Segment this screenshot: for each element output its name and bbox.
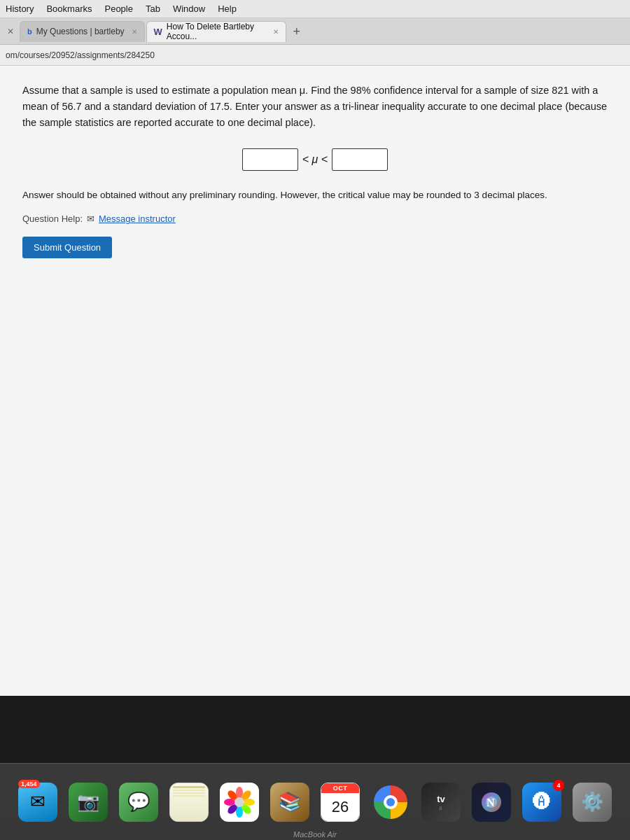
mail-icon: ✉ — [87, 214, 94, 224]
dock-item-messages[interactable]: 💬 — [116, 780, 161, 825]
question-body: Assume that a sample is used to estimate… — [22, 83, 608, 132]
menu-people[interactable]: People — [104, 4, 132, 14]
menu-tab[interactable]: Tab — [146, 4, 160, 14]
submit-question-button[interactable]: Submit Question — [22, 237, 112, 258]
tab-bartleby[interactable]: b My Questions | bartleby ✕ — [20, 21, 145, 42]
dock-item-mail[interactable]: ✉ 1,454 — [15, 780, 60, 825]
tab-label-howto: How To Delete Bartleby Accou... — [167, 22, 266, 41]
appstore-badge: 4 — [553, 780, 564, 791]
question-help: Question Help: ✉ Message instructor — [22, 214, 608, 224]
tab-close-bartleby[interactable]: ✕ — [132, 28, 137, 36]
chrome-icon — [374, 785, 407, 819]
dock-item-settings[interactable]: ⚙️ — [570, 780, 615, 825]
tab-label-bartleby: My Questions | bartleby — [36, 27, 125, 36]
tab-close-btn-1[interactable]: ✕ — [3, 25, 18, 38]
menu-window[interactable]: Window — [173, 4, 205, 14]
content-area: Assume that a sample is used to estimate… — [0, 66, 630, 696]
menu-help[interactable]: Help — [218, 4, 237, 14]
calendar-month: OCT — [321, 783, 359, 793]
dock-item-appletv[interactable]: tv  — [419, 780, 463, 825]
appletv-brand:  — [440, 806, 442, 811]
new-tab-button[interactable]: + — [288, 25, 307, 38]
answer-note: Answer should be obtained without any pr… — [22, 188, 608, 203]
dock-area: ✉ 1,454 📷 💬 — [0, 763, 630, 840]
mail-badge: 1,454 — [18, 780, 40, 788]
calendar-day: 26 — [321, 793, 359, 821]
tab-close-howto[interactable]: ✕ — [273, 28, 279, 36]
dock-item-siri[interactable]: N — [469, 780, 514, 825]
dock-bar: ✉ 1,454 📷 💬 — [0, 763, 630, 840]
tab-bar: ✕ b My Questions | bartleby ✕ W How To D… — [0, 18, 630, 45]
tab-icon-howto: W — [154, 27, 162, 37]
menu-bar: History Bookmarks People Tab Window Help — [0, 0, 630, 18]
address-bar: om/courses/20952/assignments/284250 — [0, 45, 630, 66]
message-instructor-link[interactable]: Message instructor — [99, 214, 176, 224]
tab-howto[interactable]: W How To Delete Bartleby Accou... ✕ — [146, 21, 286, 42]
svg-point-9 — [234, 797, 244, 807]
dock-item-facetime[interactable]: 📷 — [66, 780, 111, 825]
dock-item-calendar[interactable]: OCT 26 — [318, 780, 363, 825]
lower-bound-input[interactable] — [242, 148, 298, 171]
menu-history[interactable]: History — [6, 4, 34, 14]
dock-item-reminders[interactable] — [167, 780, 211, 825]
upper-bound-input[interactable] — [332, 148, 388, 171]
calendar-widget: OCT 26 — [321, 783, 360, 822]
appletv-label: tv — [437, 794, 445, 804]
dock-item-photos[interactable] — [217, 780, 262, 825]
question-help-label: Question Help: — [22, 214, 83, 224]
tab-icon-bartleby: b — [27, 27, 32, 36]
inequality-row: < μ < — [22, 148, 608, 171]
macbook-label: MacBook Air — [293, 830, 337, 839]
dock-item-appstore[interactable]: 🅐 4 — [519, 780, 564, 825]
dock-item-books[interactable]: 📚 — [267, 780, 312, 825]
inequality-symbol: < μ < — [302, 153, 328, 166]
menu-bookmarks[interactable]: Bookmarks — [46, 4, 92, 14]
svg-text:N: N — [486, 797, 495, 808]
address-text: om/courses/20952/assignments/284250 — [6, 50, 155, 60]
dock-item-chrome[interactable] — [368, 780, 413, 825]
